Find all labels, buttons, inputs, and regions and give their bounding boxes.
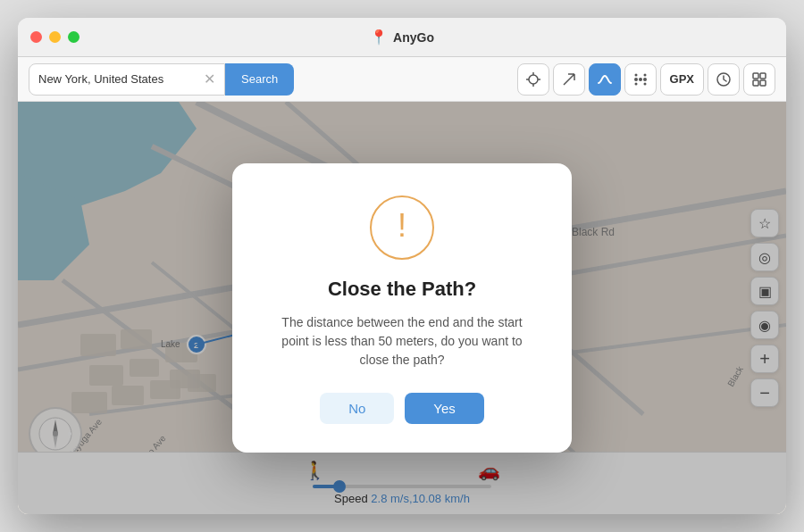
modal-yes-button[interactable]: Yes: [405, 393, 483, 424]
arrow-tool-button[interactable]: [553, 63, 585, 96]
modal-title: Close the Path?: [328, 278, 476, 301]
minimize-button[interactable]: [49, 31, 61, 43]
search-button[interactable]: Search: [225, 63, 294, 96]
modal-overlay: ! Close the Path? The distance between t…: [18, 102, 786, 514]
svg-point-8: [634, 73, 637, 76]
history-button[interactable]: [708, 63, 740, 96]
dots-tool-button[interactable]: [624, 63, 657, 96]
svg-point-5: [634, 78, 638, 81]
svg-rect-14: [760, 73, 766, 79]
svg-point-9: [643, 73, 646, 76]
app-title-container: 📍 AnyGo: [370, 29, 434, 46]
svg-point-0: [529, 75, 538, 84]
svg-point-11: [643, 82, 646, 85]
map-area[interactable]: Black Rd Black Lake 2 Cayuga Ave Oswego …: [18, 102, 786, 514]
modal-no-button[interactable]: No: [320, 393, 394, 424]
svg-rect-15: [753, 80, 758, 86]
svg-point-7: [643, 78, 647, 81]
search-input-wrapper: ✕: [29, 63, 225, 96]
toolbar: ✕ Search: [18, 57, 786, 102]
modal-icon-circle: !: [370, 195, 434, 260]
svg-point-10: [634, 82, 637, 85]
svg-rect-16: [760, 80, 766, 86]
map-toggle-button[interactable]: [743, 63, 775, 96]
warning-icon: !: [398, 210, 406, 242]
modal-dialog: ! Close the Path? The distance between t…: [232, 163, 572, 453]
app-title: AnyGo: [393, 30, 434, 45]
app-window: 📍 AnyGo ✕ Search: [18, 18, 786, 514]
svg-point-6: [639, 78, 642, 81]
titlebar: 📍 AnyGo: [18, 18, 786, 57]
search-container: ✕ Search: [29, 63, 294, 96]
close-button[interactable]: [30, 31, 42, 43]
gpx-button[interactable]: GPX: [660, 63, 704, 96]
search-input[interactable]: [38, 72, 204, 86]
maximize-button[interactable]: [68, 31, 80, 43]
toolbar-tools: GPX: [517, 63, 775, 96]
svg-rect-13: [753, 73, 758, 79]
search-clear-icon[interactable]: ✕: [204, 72, 215, 87]
app-logo-icon: 📍: [370, 29, 388, 46]
crosshair-tool-button[interactable]: [517, 63, 549, 96]
modal-buttons: No Yes: [320, 393, 484, 424]
modal-message: The distance between the end and the sta…: [277, 313, 527, 370]
traffic-lights: [30, 31, 80, 43]
path-tool-button[interactable]: [589, 63, 621, 96]
